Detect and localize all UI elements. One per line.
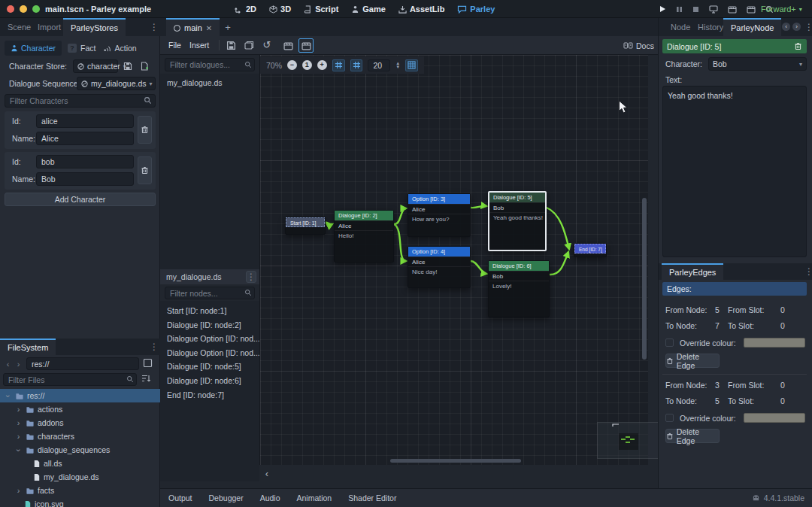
nav-back-icon[interactable]: ‹ <box>3 357 13 370</box>
filter-characters-field[interactable] <box>5 94 156 108</box>
colour-swatch[interactable] <box>744 338 805 348</box>
nav-forward-icon[interactable]: › <box>14 357 23 370</box>
path-input[interactable] <box>26 357 139 370</box>
delete-node-icon[interactable] <box>794 42 802 50</box>
tab-parley-stores[interactable]: ParleyStores <box>63 18 126 36</box>
workspace-2d[interactable]: 2D <box>235 5 256 14</box>
expand-icon[interactable]: › <box>14 433 23 441</box>
bottom-tab-audio[interactable]: Audio <box>260 493 280 502</box>
tree-item-root[interactable]: › res:// <box>0 389 160 402</box>
tree-item-file[interactable]: all.ds <box>0 457 160 470</box>
pause-icon[interactable] <box>676 6 683 13</box>
graph-node-end[interactable]: End [ID: 7] <box>574 243 607 257</box>
workspace-script[interactable]: Script <box>304 5 338 14</box>
store-tab-character[interactable]: Character <box>5 41 62 56</box>
delete-edge-button[interactable]: Delete Edge <box>665 354 720 368</box>
character-id-field[interactable] <box>36 155 134 168</box>
filter-nodes-field[interactable] <box>165 287 255 299</box>
graph-node-dialogue-5-selected[interactable]: Dialogue [ID: 5] Bob Yeah good thanks! <box>488 191 547 251</box>
grid-size-input[interactable] <box>368 59 390 71</box>
tree-item-folder[interactable]: › characters <box>0 430 160 443</box>
tab-main-scene[interactable]: main ✕ <box>166 18 220 36</box>
graph-node-title[interactable]: Dialogue [ID: 2] <box>335 211 393 220</box>
colour-swatch[interactable] <box>744 413 805 423</box>
graph-node-option-4[interactable]: Option [ID: 4] Alice Nice day! <box>408 246 471 288</box>
graph-node-dialogue-2[interactable]: Dialogue [ID: 2] Alice Hello! <box>334 210 394 263</box>
store-tab-fact[interactable]: ? Fact <box>68 44 95 53</box>
graph-node-title[interactable]: End [ID: 7] <box>574 244 606 254</box>
graph-canvas[interactable]: 70% − 1 + ▲▼ Start [ID: 1] Dialogue [ID:… <box>259 55 648 465</box>
dock-menu-icon[interactable]: ⋮ <box>150 343 159 351</box>
remote-debug-icon[interactable] <box>709 5 718 14</box>
graph-node-option-3[interactable]: Option [ID: 3] Alice How are you? <box>408 193 471 237</box>
character-id-field[interactable] <box>36 114 134 128</box>
graph-node-start[interactable]: Start [ID: 1] <box>285 217 326 235</box>
dialogue-text-field[interactable] <box>662 86 807 257</box>
run-dialogue-from-node-icon[interactable] <box>298 38 314 53</box>
filter-files-input[interactable] <box>3 373 137 386</box>
graph-minimap[interactable] <box>597 422 659 459</box>
tab-parley-node[interactable]: ParleyNode <box>723 18 781 36</box>
tab-filesystem[interactable]: FileSystem <box>0 339 56 355</box>
stop-icon[interactable] <box>692 6 699 13</box>
tree-item-folder[interactable]: › facts <box>0 484 160 497</box>
collapse-sidebar-icon[interactable]: ‹ <box>262 466 272 480</box>
save-icon[interactable] <box>225 40 237 51</box>
filter-dialogues-field[interactable] <box>165 58 255 71</box>
node-list-item[interactable]: Dialogue [ID: node:6] <box>160 374 259 388</box>
snap-grid-icon[interactable] <box>332 59 345 71</box>
vertical-scrollbar[interactable] <box>642 198 647 360</box>
dialogue-text-input[interactable] <box>662 86 807 257</box>
undo-icon[interactable]: ↺ <box>261 38 273 51</box>
new-store-icon[interactable] <box>138 60 151 72</box>
dock-menu-icon[interactable]: ⋮ <box>150 23 159 31</box>
expand-icon[interactable]: › <box>14 487 23 495</box>
run-dialogue-icon[interactable] <box>282 40 295 51</box>
graph-node-title[interactable]: Option [ID: 3] <box>408 194 470 204</box>
dialogue-file-menu-icon[interactable]: ⋮ <box>246 271 256 283</box>
bottom-tab-debugger[interactable]: Debugger <box>209 493 244 502</box>
dock-menu-icon[interactable]: ⋮ <box>804 268 812 275</box>
tree-item-folder[interactable]: › actions <box>0 402 160 416</box>
filter-dialogues-input[interactable] <box>165 58 255 71</box>
override-colour-checkbox[interactable] <box>665 339 674 347</box>
zoom-reset-icon[interactable]: 1 <box>302 60 312 70</box>
sort-files-icon[interactable] <box>141 374 151 383</box>
character-name-input[interactable] <box>36 172 134 186</box>
character-store-dropdown[interactable]: character ▾ <box>73 59 118 73</box>
store-tab-action[interactable]: Action <box>102 44 137 53</box>
toggle-grid-icon[interactable] <box>350 59 363 71</box>
add-character-button[interactable]: Add Character <box>5 193 156 206</box>
filter-nodes-input[interactable] <box>165 287 255 299</box>
history-forward-icon[interactable]: › <box>792 23 801 31</box>
tree-item-folder[interactable]: › dialogue_sequences <box>0 443 160 457</box>
character-dropdown[interactable]: Bob ▾ <box>708 57 807 71</box>
graph-node-title[interactable]: Dialogue [ID: 6] <box>489 261 549 271</box>
movie-maker-icon[interactable] <box>728 5 737 14</box>
character-name-field[interactable] <box>36 172 134 186</box>
dialogue-file-item[interactable]: my_dialogue.ds <box>160 74 259 88</box>
workspace-3d[interactable]: 3D <box>269 5 291 14</box>
workspace-parley[interactable]: Parley <box>457 5 495 14</box>
path-field[interactable] <box>26 357 139 370</box>
character-id-input[interactable] <box>36 155 134 168</box>
graph-node-title[interactable]: Option [ID: 4] <box>408 247 470 257</box>
horizontal-scrollbar[interactable] <box>390 459 521 463</box>
new-tab-icon[interactable]: + <box>222 21 234 33</box>
split-view-icon[interactable] <box>143 358 153 368</box>
node-list-item[interactable]: Dialogue [ID: node:2] <box>160 318 259 332</box>
tree-item-folder[interactable]: › addons <box>0 416 160 430</box>
minimize-window-button[interactable] <box>20 5 27 13</box>
tree-item-file[interactable]: my_dialogue.ds <box>0 470 160 484</box>
minimap-toggle-icon[interactable] <box>405 59 418 71</box>
bottom-tab-animation[interactable]: Animation <box>297 493 332 502</box>
zoom-out-icon[interactable]: − <box>287 60 297 70</box>
node-list-item[interactable]: Start [ID: node:1] <box>160 304 259 318</box>
filter-files-field[interactable] <box>3 373 137 386</box>
tree-item-file[interactable]: icon.svg <box>0 497 160 507</box>
graph-node-title[interactable]: Dialogue [ID: 5] <box>489 193 545 202</box>
menu-insert[interactable]: Insert <box>189 41 209 50</box>
history-back-icon[interactable]: ‹ <box>782 23 790 31</box>
renderer-selector[interactable]: Forward+ ▾ <box>761 0 802 18</box>
version-info[interactable]: 4.4.1.stable <box>752 493 804 502</box>
